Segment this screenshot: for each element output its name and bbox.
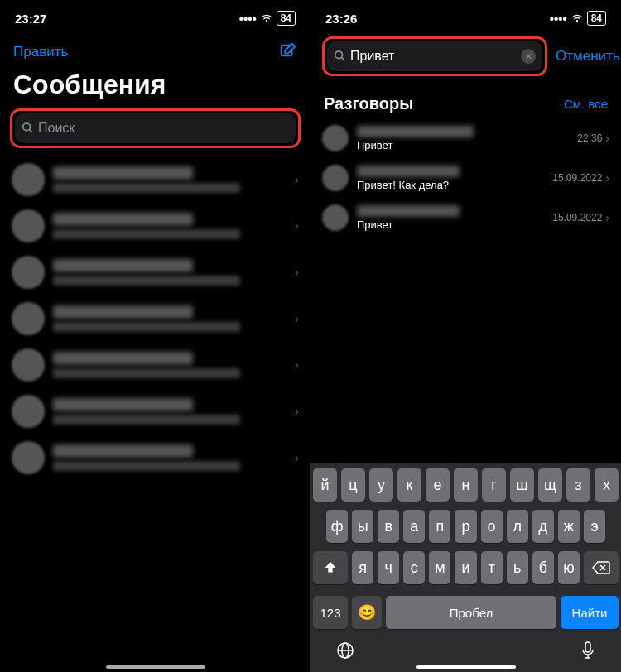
key-й[interactable]: й [313,468,337,502]
timestamp: 22:36 [577,132,602,144]
avatar [12,163,45,196]
chevron-right-icon: › [295,358,299,372]
message-preview: Привет [357,139,569,151]
clear-icon[interactable]: ✕ [521,49,536,64]
svg-point-1 [23,122,31,130]
conversation-item[interactable]: › [0,156,310,203]
key-find[interactable]: Найти [561,596,619,629]
key-ш[interactable]: ш [510,468,534,502]
timestamp: › [295,451,299,464]
contact-name [357,126,474,137]
message-preview: Привет [357,218,544,231]
conversation-item[interactable]: › [0,342,310,388]
key-м[interactable]: м [429,551,450,584]
conversation-item[interactable]: › [0,203,310,249]
conversation-item[interactable]: › [0,249,310,295]
key-р[interactable]: р [455,510,476,543]
svg-point-3 [335,50,343,58]
contact-name [53,352,193,365]
conversation-item[interactable]: › [0,295,310,342]
contact-name [53,305,193,319]
contact-name [357,166,460,177]
conversation-item[interactable]: › [0,388,310,434]
message-preview [53,183,240,193]
key-backspace[interactable] [584,551,619,584]
search-field[interactable]: ✕ [327,41,542,71]
key-ы[interactable]: ы [352,510,373,543]
key-ф[interactable]: ф [326,510,348,543]
search-field[interactable] [15,113,296,143]
home-indicator[interactable] [416,665,516,669]
compose-icon[interactable] [279,41,297,63]
conversation-item[interactable]: › [0,434,310,481]
key-б[interactable]: б [532,551,554,584]
key-п[interactable]: п [429,510,450,543]
see-all-link[interactable]: См. все [564,97,608,111]
cellular-icon: •••• [239,12,257,26]
battery-indicator: 84 [277,11,296,26]
key-ю[interactable]: ю [558,551,580,584]
timestamp: › [295,312,299,325]
mic-icon[interactable] [580,641,596,665]
search-results: Привет 22:36› Привет! Как дела? 15.09.20… [310,118,621,238]
search-input[interactable] [38,121,289,136]
wifi-icon [570,12,584,26]
avatar [322,165,349,191]
cancel-button[interactable]: Отменить [556,48,620,65]
key-с[interactable]: с [403,551,425,584]
key-в[interactable]: в [378,510,399,543]
key-о[interactable]: о [481,510,503,543]
key-ц[interactable]: ц [341,468,365,502]
message-preview [53,322,240,332]
avatar [322,125,349,151]
message-preview [53,415,240,425]
key-н[interactable]: н [454,468,478,502]
key-т[interactable]: т [481,551,503,584]
timestamp: › [295,358,299,372]
contact-name [53,213,193,226]
svg-rect-8 [585,642,590,652]
key-а[interactable]: а [403,510,425,543]
avatar [322,204,349,231]
svg-line-2 [30,129,33,132]
key-е[interactable]: е [426,468,450,502]
status-indicators: •••• 84 [550,11,606,26]
cellular-icon: •••• [550,12,567,26]
result-item[interactable]: Привет 15.09.2022› [310,198,621,238]
key-я[interactable]: я [352,551,373,584]
globe-icon[interactable] [335,641,355,665]
key-emoji[interactable]: 😊 [352,596,382,629]
key-г[interactable]: г [482,468,506,502]
result-item[interactable]: Привет! Как дела? 15.09.2022› [310,158,621,198]
key-э[interactable]: э [584,510,605,543]
timestamp: › [295,266,299,279]
edit-button[interactable]: Править [13,44,68,60]
status-bar: 23:27 •••• 84 [0,0,310,36]
key-у[interactable]: у [369,468,393,502]
message-preview: Привет! Как дела? [357,179,544,191]
key-numbers[interactable]: 123 [313,596,348,629]
chevron-right-icon: › [295,451,299,464]
home-indicator[interactable] [106,665,205,669]
search-input[interactable] [350,49,516,64]
avatar [12,441,45,474]
key-и[interactable]: и [455,551,476,584]
key-space[interactable]: Пробел [386,596,556,629]
chevron-right-icon: › [605,132,609,145]
timestamp: › [295,219,299,233]
key-х[interactable]: х [595,468,619,502]
keyboard: йцукенгшщзх фывапролджэ ячсмитьбю 123 😊 … [310,463,621,672]
key-д[interactable]: д [532,510,554,543]
key-shift[interactable] [313,551,348,584]
key-щ[interactable]: щ [538,468,562,502]
key-ь[interactable]: ь [507,551,528,584]
key-л[interactable]: л [507,510,528,543]
result-item[interactable]: Привет 22:36› [310,118,621,158]
key-ч[interactable]: ч [378,551,399,584]
key-ж[interactable]: ж [558,510,580,543]
key-з[interactable]: з [566,468,590,502]
key-к[interactable]: к [397,468,421,502]
page-title: Сообщения [0,66,310,108]
battery-indicator: 84 [587,11,606,26]
status-time: 23:27 [15,12,46,26]
